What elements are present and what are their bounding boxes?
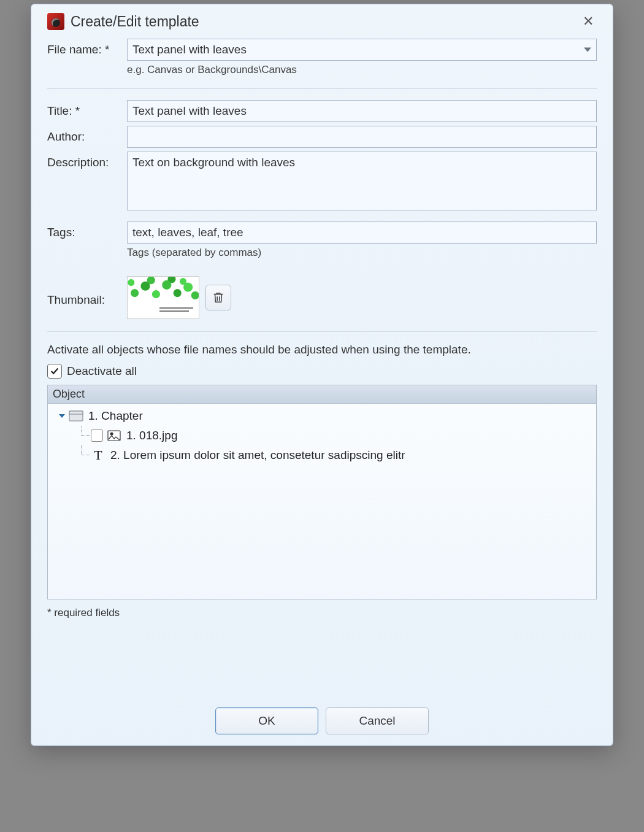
required-fields-note: * required fields	[47, 607, 597, 619]
description-textarea[interactable]	[127, 152, 597, 210]
close-icon[interactable]: ✕	[580, 13, 597, 29]
trash-icon	[212, 291, 225, 304]
svg-rect-1	[69, 411, 83, 414]
description-label: Description:	[47, 152, 127, 169]
create-edit-template-dialog: Create/Edit template ✕ File name: * e.g.…	[31, 4, 613, 746]
delete-thumbnail-button[interactable]	[205, 285, 231, 310]
thumbnail-text-placeholder	[159, 307, 195, 314]
deactivate-all-label: Deactivate all	[67, 364, 137, 378]
title-label: Title: *	[47, 100, 127, 118]
object-tree[interactable]: Object 1. Chapter 1. 018.jpg T 2. Lorem …	[47, 385, 597, 599]
deactivate-all-checkbox[interactable]	[47, 364, 62, 379]
dialog-title: Create/Edit template	[71, 13, 199, 30]
text-icon: T	[91, 449, 105, 461]
tags-label: Tags:	[47, 221, 127, 239]
app-icon	[47, 13, 64, 30]
file-name-label: File name: *	[47, 39, 127, 56]
ok-button[interactable]: OK	[215, 707, 318, 734]
cancel-button[interactable]: Cancel	[326, 707, 429, 734]
thumbnail-label: Thumbnail:	[47, 289, 127, 307]
title-input[interactable]	[127, 100, 597, 122]
file-name-hint: e.g. Canvas or Backgrounds\Canvas	[127, 64, 597, 76]
expand-toggle-icon[interactable]	[59, 414, 65, 418]
separator	[47, 88, 597, 89]
author-label: Author:	[47, 126, 127, 144]
tree-node-label: 1. Chapter	[88, 409, 143, 423]
tree-node-checkbox[interactable]	[91, 429, 103, 442]
svg-point-3	[110, 433, 113, 435]
tree-node-text[interactable]: T 2. Lorem ipsum dolor sit amet, consete…	[48, 445, 596, 465]
file-name-input[interactable]	[132, 43, 574, 56]
tags-input[interactable]	[127, 221, 597, 244]
image-icon	[107, 429, 121, 442]
title-bar: Create/Edit template ✕	[47, 13, 597, 30]
tags-hint: Tags (separated by commas)	[127, 247, 597, 259]
author-input[interactable]	[127, 126, 597, 148]
tree-node-image[interactable]: 1. 018.jpg	[48, 426, 596, 445]
chapter-icon	[69, 410, 83, 422]
tree-node-chapter[interactable]: 1. Chapter	[48, 406, 596, 426]
tree-node-label: 2. Lorem ipsum dolor sit amet, consetetu…	[110, 449, 405, 462]
object-tree-header: Object	[48, 385, 596, 404]
leaves-icon	[128, 277, 199, 300]
tree-node-label: 1. 018.jpg	[126, 429, 177, 442]
chevron-down-icon[interactable]	[584, 48, 591, 52]
dialog-button-bar: OK Cancel	[31, 707, 613, 734]
file-name-combo[interactable]	[127, 39, 597, 61]
separator-2	[47, 331, 597, 332]
thumbnail-preview	[127, 276, 199, 319]
instruction-text: Activate all objects whose file names sh…	[47, 343, 597, 356]
